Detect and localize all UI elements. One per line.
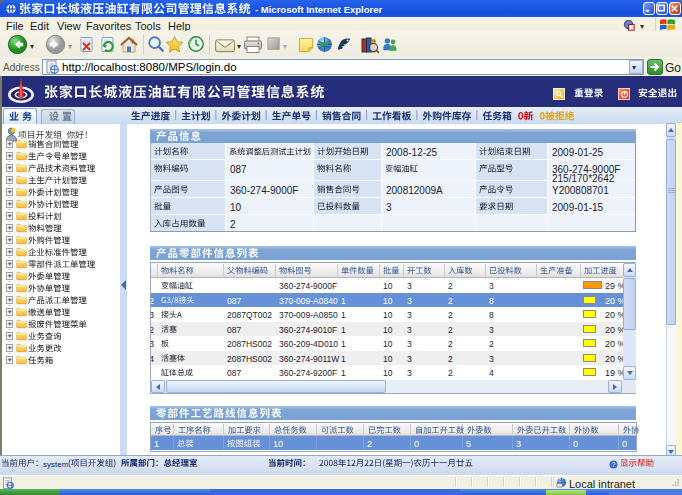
svg-text:?: ? — [612, 460, 616, 467]
